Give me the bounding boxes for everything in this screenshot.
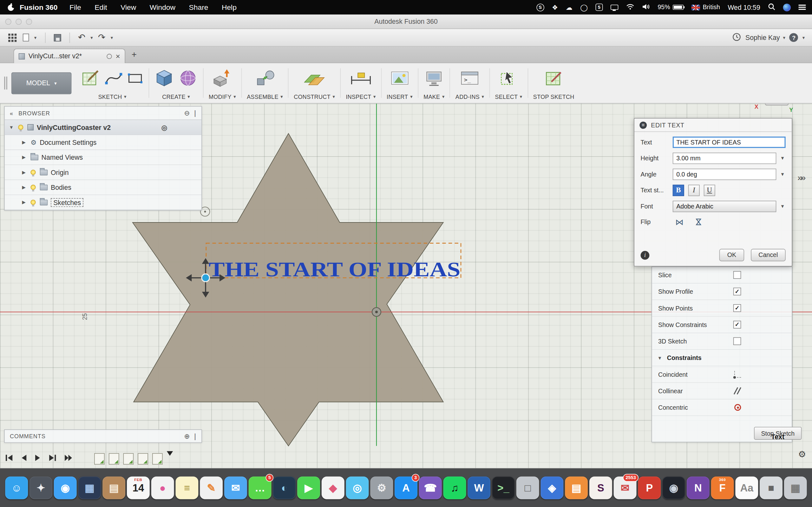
dock-app-icon[interactable]: ✉ — [224, 476, 247, 499]
browser-row-bodies[interactable]: ▶ Bodies — [5, 180, 201, 195]
panel-options-icon[interactable]: ⊖ — [184, 109, 190, 117]
undo-menu-arrow[interactable]: ▾ — [90, 35, 93, 40]
origin-point[interactable] — [372, 308, 381, 317]
bold-button[interactable]: B — [673, 185, 684, 196]
expand-node-icon[interactable]: ▶ — [20, 200, 28, 205]
joint-icon[interactable] — [255, 69, 275, 89]
cancel-button[interactable]: Cancel — [751, 249, 786, 261]
browser-item-label[interactable]: Origin — [51, 168, 69, 176]
volume-icon[interactable] — [642, 3, 650, 11]
dock-app-icon[interactable]: ◐ — [273, 476, 296, 499]
creative-cloud-icon[interactable]: ◯ — [580, 4, 588, 10]
timeline-feature-icon[interactable] — [152, 453, 163, 464]
dock-app-icon[interactable]: □ — [516, 476, 539, 499]
redo-menu-arrow[interactable]: ▾ — [111, 35, 113, 40]
dock-app-icon[interactable]: ▤ — [565, 476, 588, 499]
undo-icon[interactable]: ↶ — [78, 33, 85, 42]
palette-row-slice[interactable]: Slice — [652, 267, 792, 283]
battery-indicator[interactable]: 95% — [658, 3, 683, 11]
expand-node-icon[interactable]: ▶ — [20, 155, 28, 160]
assemble-group-label[interactable]: ASSEMBLE▾ — [247, 92, 283, 101]
height-combo[interactable]: 3.00 mm ▼ — [673, 153, 786, 164]
workspace-selector[interactable]: MODEL▾ — [11, 72, 71, 94]
dock-app-icon[interactable]: S — [589, 476, 612, 499]
italic-button[interactable]: I — [688, 185, 700, 196]
press-pull-icon[interactable] — [213, 68, 232, 89]
collinear-icon[interactable] — [733, 387, 741, 395]
browser-row-named-views[interactable]: ▶ Named Views — [5, 150, 201, 165]
dock-app-icon[interactable]: ✉ 2553 — [614, 476, 637, 499]
file-menu-arrow[interactable]: ▾ — [34, 35, 37, 40]
spotlight-search-icon[interactable] — [768, 3, 775, 12]
dock-app-icon[interactable]: ▦ — [78, 476, 101, 499]
dock-app-icon[interactable]: ♫ — [444, 476, 466, 499]
create-form-icon[interactable] — [178, 68, 198, 89]
menu-item[interactable]: View — [114, 0, 143, 14]
angle-combo[interactable]: 0.0 deg ▼ — [673, 169, 786, 180]
visibility-bulb-icon[interactable] — [18, 124, 23, 130]
zoom-window-button[interactable] — [26, 19, 32, 25]
timeline-position-marker[interactable] — [167, 451, 173, 456]
visibility-bulb-icon[interactable] — [31, 185, 36, 190]
expand-panel-chevron-icon[interactable]: »» — [798, 173, 804, 183]
menu-item[interactable]: Window — [143, 0, 182, 14]
browser-item-label[interactable]: Sketches — [51, 198, 84, 207]
stop-sketch-icon[interactable] — [544, 69, 563, 89]
new-document-tab-button[interactable]: + — [132, 50, 137, 60]
cloud-sync-icon[interactable]: ☁ — [566, 4, 572, 10]
dock-app-icon[interactable]: >_ — [492, 476, 515, 499]
collapse-node-icon[interactable]: ▼ — [8, 124, 15, 130]
make-icon[interactable] — [425, 70, 443, 89]
dock-app-icon[interactable]: P — [638, 476, 661, 499]
apple-menu-icon[interactable] — [7, 3, 14, 11]
close-tab-button[interactable]: × — [115, 52, 120, 60]
expand-node-icon[interactable]: ▶ — [20, 140, 28, 145]
dock-app-icon[interactable]: ◈ — [541, 476, 563, 499]
sketch-text[interactable]: THE START OF IDEAS — [209, 258, 460, 281]
minimize-window-button[interactable] — [15, 19, 22, 25]
chevron-down-icon[interactable]: ▼ — [779, 156, 786, 161]
show-profile-checkbox[interactable]: ✓ — [733, 288, 741, 295]
skype-icon[interactable]: S — [537, 3, 544, 11]
browser-root-row[interactable]: ▼ VinlyCuttingCoaster v2 ◎ — [5, 120, 201, 135]
add-comment-icon[interactable]: ⊕ — [184, 432, 190, 440]
dock-app-icon[interactable]: Aa — [735, 476, 758, 499]
palette-row-3d-sketch[interactable]: 3D Sketch — [652, 333, 792, 349]
dock-app-icon[interactable]: ▤ — [102, 476, 125, 499]
dropbox-icon[interactable]: ❖ — [552, 4, 558, 10]
dock-app-icon[interactable]: 360 F — [711, 476, 734, 499]
app-status-icon[interactable]: 5 — [596, 3, 603, 11]
user-account-button[interactable]: Sophie Kay ▾ — [745, 34, 785, 41]
slice-checkbox[interactable] — [733, 271, 741, 279]
siri-icon[interactable] — [783, 3, 791, 11]
input-source[interactable]: British — [692, 3, 720, 11]
timeline-feature-icon[interactable] — [138, 453, 148, 464]
dock-app-icon[interactable]: ☎ — [419, 476, 442, 499]
flip-horizontal-icon[interactable]: ⋈ — [673, 217, 686, 227]
notification-center-icon[interactable] — [799, 5, 806, 10]
insert-image-icon[interactable] — [391, 70, 409, 88]
play-button[interactable] — [35, 454, 41, 463]
job-status-icon[interactable] — [732, 32, 741, 43]
dock-app-icon[interactable]: W — [467, 476, 490, 499]
dock-app-icon[interactable]: A 3 — [395, 476, 417, 499]
font-combo[interactable]: Adobe Arabic ▼ — [673, 201, 786, 212]
stop-sketch-button[interactable]: STOP SKETCH — [533, 92, 574, 101]
menu-item[interactable]: Help — [215, 0, 243, 14]
wifi-icon[interactable] — [626, 3, 635, 11]
dock-app-icon[interactable]: … 5 — [249, 476, 271, 499]
active-app-name[interactable]: Fusion 360 — [20, 3, 57, 11]
browser-item-label[interactable]: Document Settings — [40, 138, 96, 146]
select-cursor-icon[interactable] — [500, 69, 517, 89]
create-group-label[interactable]: CREATE▾ — [162, 92, 190, 101]
palette-row-collinear[interactable]: Collinear — [652, 383, 792, 399]
menu-bar-clock[interactable]: Wed 10:59 — [728, 3, 760, 11]
addins-icon[interactable]: >_ — [461, 70, 479, 88]
dock-app-icon[interactable]: ≡ — [175, 476, 198, 499]
activate-component-icon[interactable]: ◎ — [161, 123, 167, 131]
underline-button[interactable]: U — [704, 185, 715, 196]
redo-icon[interactable]: ↷ — [98, 33, 105, 42]
dialog-title-bar[interactable]: ≡ EDIT TEXT — [635, 118, 792, 132]
dock-app-icon[interactable]: ▶ — [297, 476, 320, 499]
insert-group-label[interactable]: INSERT▾ — [387, 92, 413, 101]
